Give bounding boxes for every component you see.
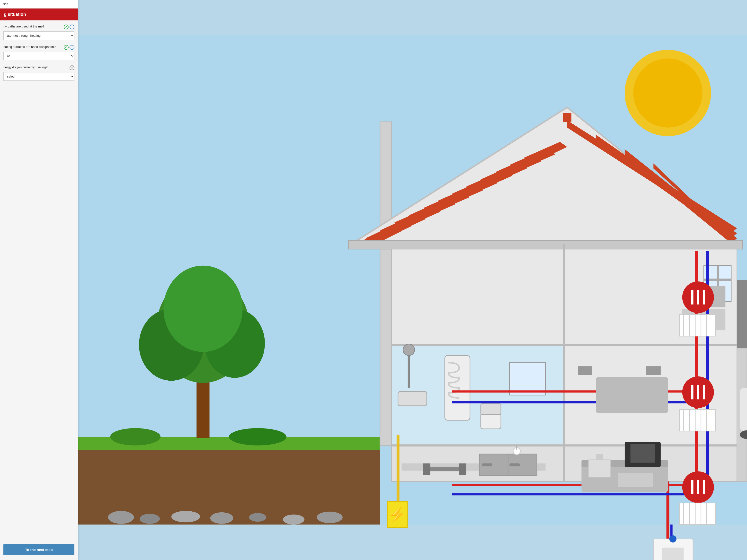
svg-rect-105 [617,473,653,487]
next-step-button[interactable]: To the next step [3,544,74,555]
svg-rect-94 [430,467,459,471]
house-illustration: ⚡ [78,0,747,560]
question-icons-2: ✓ i [64,45,74,50]
svg-point-54 [403,344,415,355]
question-icons-1: ✓ i [64,24,74,29]
svg-rect-84 [679,503,715,525]
svg-rect-92 [646,366,661,375]
select-q3[interactable]: select Gas Oil Electric Heat pump [3,72,74,81]
svg-rect-59 [510,363,545,395]
section-header: g situation [0,8,78,20]
question-group-1: ny baths are used at the me? ✓ i ater no… [3,24,74,40]
svg-rect-91 [578,366,592,375]
question-row-2: eating surfaces are used dissipation? ✓ … [3,45,74,50]
svg-point-5 [108,511,134,524]
svg-rect-72 [679,315,715,336]
svg-rect-114 [740,388,747,431]
svg-rect-107 [662,548,684,560]
svg-point-2 [633,59,702,128]
question-label-2: eating surfaces are used dissipation? [3,45,62,49]
right-panel: ⚡ [78,0,747,560]
svg-point-18 [229,428,286,446]
svg-rect-58 [481,404,501,415]
svg-point-8 [210,512,233,524]
svg-point-9 [249,513,266,522]
svg-text:⚡: ⚡ [388,506,406,523]
question-label-1: ny baths are used at the me? [3,24,62,29]
svg-rect-119 [589,460,610,477]
check-icon-2: ✓ [64,45,69,50]
svg-rect-78 [679,409,715,431]
breadcrumb: tion [0,0,78,8]
svg-point-7 [172,511,200,522]
svg-rect-19 [380,122,391,446]
svg-rect-57 [481,413,501,429]
select-q1[interactable]: ater not through heating Through heating… [3,31,74,40]
question-row-1: ny baths are used at the me? ✓ i [3,24,74,29]
svg-rect-113 [737,280,747,348]
svg-rect-99 [482,463,492,466]
svg-point-109 [669,535,676,542]
select-q2[interactable]: or Underfloor heating Radiators Both [3,52,74,60]
svg-rect-120 [596,454,603,460]
svg-rect-96 [459,463,466,475]
svg-rect-95 [423,463,430,475]
svg-rect-100 [510,463,519,466]
svg-point-17 [110,428,160,446]
svg-point-10 [283,514,305,525]
question-icons-3: ○ [70,65,74,70]
question-group-2: eating surfaces are used dissipation? ✓ … [3,45,74,60]
question-group-3: nergy do you currently use ing? ○ select… [3,65,74,81]
svg-rect-44 [349,240,743,249]
question-row-3: nergy do you currently use ing? ○ [3,65,74,70]
svg-rect-55 [398,392,427,406]
check-icon-1: ✓ [64,25,69,29]
svg-rect-104 [630,444,655,463]
svg-point-6 [139,514,160,524]
form-area: ny baths are used at the me? ✓ i ater no… [0,20,78,542]
question-label-3: nergy do you currently use ing? [3,65,68,70]
info-icon-1[interactable]: i [70,25,74,29]
svg-rect-43 [563,113,571,122]
info-icon-2[interactable]: i [70,45,74,50]
check-icon-3: ○ [70,65,74,70]
left-panel: tion g situation ny baths are used at th… [0,0,78,560]
svg-point-11 [317,512,343,523]
svg-rect-90 [596,377,668,413]
svg-point-16 [163,266,243,352]
